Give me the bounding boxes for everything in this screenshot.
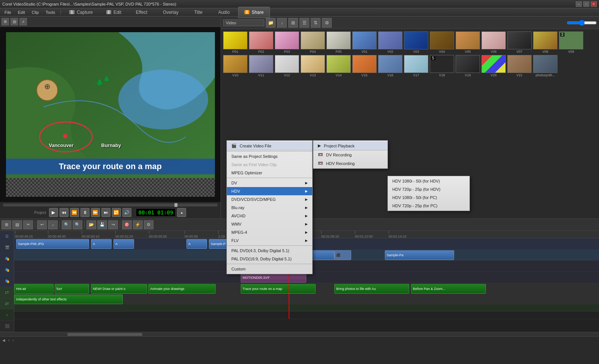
nav-prev-button[interactable]: ‹ bbox=[8, 338, 9, 342]
media-thumb-v11[interactable]: V11 bbox=[249, 55, 273, 77]
zoom-out[interactable]: 🔍 bbox=[62, 220, 72, 229]
volume-button[interactable]: 🔊 bbox=[122, 208, 131, 217]
preview-storyboard-btn[interactable]: ⊞ bbox=[1, 18, 9, 25]
media-thumb-v14[interactable]: V14 bbox=[326, 55, 351, 77]
media-thumb-v12[interactable]: V12 bbox=[275, 55, 299, 77]
timeline-btn-2[interactable]: ✂ bbox=[23, 220, 33, 229]
clip-title-independently[interactable]: independently of other text effects bbox=[14, 294, 123, 304]
media-thumb-v19[interactable]: V19 bbox=[456, 55, 480, 77]
cm-custom[interactable]: Custom bbox=[227, 265, 312, 273]
timeline-smartproxy[interactable]: 🎯 bbox=[122, 220, 132, 229]
tab-audio[interactable]: Audio bbox=[211, 7, 237, 18]
nav-left-button[interactable]: ◀ bbox=[2, 338, 5, 342]
clip-title-bring[interactable]: Bring photos to life with Au bbox=[334, 284, 409, 294]
media-thumb-p04[interactable]: P04 bbox=[301, 31, 325, 53]
menu-file[interactable]: File bbox=[1, 9, 14, 15]
cm-hdv-recording[interactable]: 📼 HDV Recording bbox=[313, 159, 387, 168]
hdv-1080i-50i-hdv[interactable]: HDV 1080i - 50i (for HDV) bbox=[388, 177, 469, 185]
media-thumb-v18[interactable]: 5 V18 bbox=[430, 55, 454, 77]
cm-same-as-project[interactable]: Same as Project Settings bbox=[227, 152, 312, 160]
preview-audio-btn[interactable]: ♬ bbox=[19, 18, 27, 25]
next-button[interactable]: ⏭ bbox=[101, 208, 110, 217]
media-thumb-v10[interactable]: V10 bbox=[223, 55, 247, 77]
media-thumb-v15[interactable]: V15 bbox=[352, 55, 377, 77]
media-thumb-v01[interactable]: V01 bbox=[352, 31, 377, 53]
clip-video-a1[interactable]: A bbox=[91, 239, 112, 249]
media-thumb-v02[interactable]: V02 bbox=[378, 31, 402, 53]
zoom-in[interactable]: 🔍 bbox=[73, 220, 82, 229]
cm-hdv[interactable]: HDV ▶ bbox=[227, 187, 312, 195]
media-type-select[interactable]: Video Photo Audio bbox=[223, 19, 264, 26]
clip-sample-p06[interactable]: Sample-P06.JPG bbox=[16, 239, 89, 249]
media-thumb-v03[interactable]: V03 bbox=[404, 31, 428, 53]
media-thumb-photosynth[interactable]: photosynth... bbox=[533, 55, 557, 77]
clip-video-a2[interactable]: A bbox=[113, 239, 134, 249]
list-view-button[interactable]: ☰ bbox=[300, 18, 309, 28]
cm-bluray[interactable]: Blu-ray ▶ bbox=[227, 204, 312, 212]
sort-button[interactable]: ⇅ bbox=[311, 18, 320, 28]
media-thumb-v16[interactable]: V16 bbox=[378, 55, 402, 77]
timeline-save[interactable]: 💾 bbox=[97, 220, 107, 229]
timeline-redo[interactable]: ↪ bbox=[108, 220, 118, 229]
hdv-720p-25p-hdv[interactable]: HDV 720p - 25p (for HDV) bbox=[388, 185, 469, 193]
tab-overlay[interactable]: Overlay bbox=[155, 7, 186, 18]
timeline-view-toggle[interactable]: ⊞ bbox=[1, 220, 11, 229]
media-thumb-v06[interactable]: V06 bbox=[481, 31, 506, 53]
timecode-up[interactable]: ▲ bbox=[177, 208, 186, 217]
import-button[interactable]: ↓ bbox=[277, 18, 287, 28]
timeline-settings[interactable]: ⚙ bbox=[144, 220, 153, 229]
cm-pal-169[interactable]: PAL DVD(16:9, Dolby Digital 5.1) bbox=[227, 255, 312, 263]
maximize-button[interactable]: □ bbox=[583, 1, 589, 7]
clip-title-trace[interactable]: Trace your route on a map bbox=[241, 284, 316, 294]
clip-title-draw[interactable]: NEW! Draw or paint o bbox=[91, 284, 147, 294]
menu-tools[interactable]: Tools bbox=[43, 9, 58, 15]
cm-dv-recording[interactable]: 📼 DV Recording bbox=[313, 150, 387, 159]
cm-pal-43[interactable]: PAL DVD(4:3, Dolby Digital 5.1) bbox=[227, 247, 312, 255]
hdv-1080i-50i-pc[interactable]: HDV 1080i - 50i (for PC) bbox=[388, 193, 469, 202]
prev-button[interactable]: ⏮ bbox=[60, 208, 69, 217]
media-thumb-v09[interactable]: 3 V09 bbox=[559, 31, 583, 53]
clip-title-animate[interactable]: Animate your drawings bbox=[148, 284, 216, 294]
nav-next-button[interactable]: › bbox=[12, 338, 13, 342]
cm-dv[interactable]: DV ▶ bbox=[227, 179, 312, 187]
scrubber-handle[interactable] bbox=[174, 203, 177, 207]
media-thumb-v20[interactable]: V20 bbox=[481, 55, 506, 77]
clip-title-hotair[interactable]: Hot-air bbox=[14, 284, 54, 294]
repeat-button[interactable]: 🔁 bbox=[112, 208, 121, 217]
media-thumb-v08[interactable]: V08 bbox=[533, 31, 557, 53]
horizontal-scrollbar[interactable] bbox=[0, 332, 599, 336]
media-thumb-v21[interactable]: V21 bbox=[507, 55, 532, 77]
cm-mpeg4[interactable]: MPEG-4 ▶ bbox=[227, 228, 312, 236]
clip-video-still[interactable]: ⬛ bbox=[334, 250, 351, 260]
preview-scrubber[interactable] bbox=[3, 204, 218, 207]
media-thumb-p01[interactable]: P01 bbox=[223, 31, 247, 53]
timeline-render[interactable]: ⚡ bbox=[133, 220, 143, 229]
step-forward-button[interactable]: ⏩ bbox=[91, 208, 100, 217]
preview-timeline-btn[interactable]: ▤ bbox=[10, 18, 18, 25]
timeline-open[interactable]: 📂 bbox=[86, 220, 96, 229]
media-zoom-slider[interactable] bbox=[567, 20, 597, 26]
close-button[interactable]: ✕ bbox=[591, 1, 597, 7]
media-thumb-v17[interactable]: V17 bbox=[404, 55, 428, 77]
hdv-720p-25p-pc[interactable]: HDV 720p - 25p (for PC) bbox=[388, 202, 469, 210]
step-back-button[interactable]: ⏪ bbox=[70, 208, 79, 217]
clip-title-fun[interactable]: fun! bbox=[55, 284, 89, 294]
media-thumb-v07[interactable]: V07 bbox=[507, 31, 532, 53]
clip-title-before[interactable]: Before Pan & Zoom... bbox=[411, 284, 486, 294]
tab-effect[interactable]: Effect bbox=[128, 7, 155, 18]
timeline-undo[interactable]: ↩ bbox=[37, 220, 47, 229]
timeline-btn-1[interactable]: ▤ bbox=[12, 220, 22, 229]
cm-mpeg-optimizer[interactable]: MPEG Optimizer bbox=[227, 169, 312, 177]
timeline-split[interactable]: ⌿ bbox=[48, 220, 58, 229]
open-folder-button[interactable]: 📁 bbox=[266, 18, 276, 28]
tab-title[interactable]: Title bbox=[187, 7, 210, 18]
media-thumb-v05[interactable]: V05 bbox=[456, 31, 480, 53]
cm-flv[interactable]: FLV ▶ bbox=[227, 236, 312, 245]
media-thumb-v13[interactable]: V13 bbox=[301, 55, 325, 77]
tab-edit[interactable]: 2 Edit bbox=[100, 7, 128, 18]
tab-capture[interactable]: 1 Capture bbox=[63, 7, 99, 18]
cm-dvd-vcd[interactable]: DVD/VCD/SVCD/MPEG ▶ bbox=[227, 195, 312, 204]
grid-view-button[interactable]: ⊞ bbox=[288, 18, 298, 28]
media-thumb-p02[interactable]: P02 bbox=[249, 31, 273, 53]
media-thumb-p05[interactable]: P05 bbox=[326, 31, 351, 53]
